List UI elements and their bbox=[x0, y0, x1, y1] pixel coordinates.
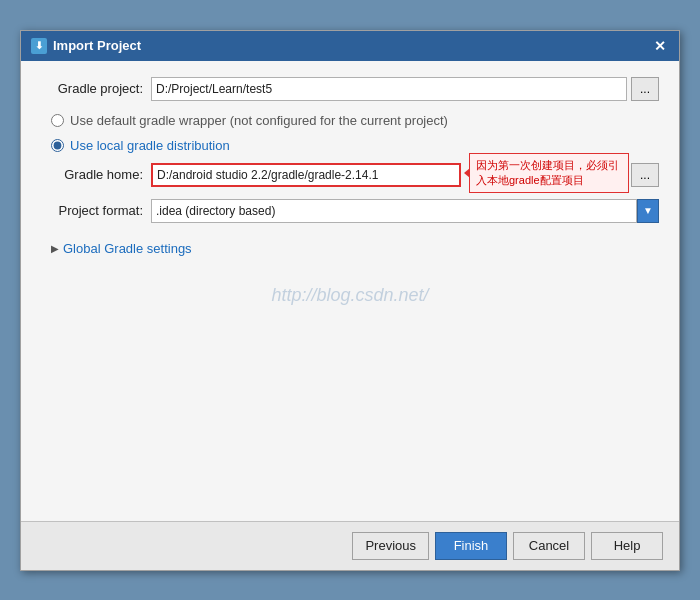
close-button[interactable]: ✕ bbox=[651, 37, 669, 55]
radio2-label: Use local gradle distribution bbox=[70, 138, 230, 153]
gradle-home-browse-button[interactable]: ... bbox=[631, 163, 659, 187]
collapse-arrow-icon: ▶ bbox=[51, 243, 59, 254]
previous-button[interactable]: Previous bbox=[352, 532, 429, 560]
cancel-button[interactable]: Cancel bbox=[513, 532, 585, 560]
gradle-project-input[interactable] bbox=[151, 77, 627, 101]
project-format-label: Project format: bbox=[41, 203, 151, 218]
project-format-select[interactable]: .idea (directory based) bbox=[151, 199, 637, 223]
dialog-icon: ⬇ bbox=[31, 38, 47, 54]
dialog-body: Gradle project: ... Use default gradle w… bbox=[21, 61, 679, 521]
title-bar-left: ⬇ Import Project bbox=[31, 38, 141, 54]
watermark-text: http://blog.csdn.net/ bbox=[271, 284, 428, 305]
gradle-home-input-wrapper: 因为第一次创建项目，必须引入本地gradle配置项目 bbox=[151, 163, 461, 187]
gradle-project-label: Gradle project: bbox=[41, 81, 151, 96]
global-gradle-section[interactable]: ▶ Global Gradle settings bbox=[41, 235, 659, 262]
gradle-project-browse-button[interactable]: ... bbox=[631, 77, 659, 101]
radio-wrapper-2: Use local gradle distribution bbox=[41, 138, 659, 153]
title-bar: ⬇ Import Project ✕ bbox=[21, 31, 679, 61]
radio-wrapper-1: Use default gradle wrapper (not configur… bbox=[41, 113, 659, 128]
dialog-title: Import Project bbox=[53, 38, 141, 53]
radio1-label: Use default gradle wrapper (not configur… bbox=[70, 113, 448, 128]
radio-local-gradle[interactable] bbox=[51, 139, 64, 152]
gradle-home-row: Gradle home: 因为第一次创建项目，必须引入本地gradle配置项目 … bbox=[41, 163, 659, 187]
import-project-dialog: ⬇ Import Project ✕ Gradle project: ... U… bbox=[20, 30, 680, 571]
select-arrow-icon[interactable]: ▼ bbox=[637, 199, 659, 223]
dialog-footer: Previous Finish Cancel Help bbox=[21, 521, 679, 570]
gradle-project-row: Gradle project: ... bbox=[41, 77, 659, 101]
radio-default-gradle[interactable] bbox=[51, 114, 64, 127]
finish-button[interactable]: Finish bbox=[435, 532, 507, 560]
gradle-home-input[interactable] bbox=[151, 163, 461, 187]
help-button[interactable]: Help bbox=[591, 532, 663, 560]
project-format-row: Project format: .idea (directory based) … bbox=[41, 199, 659, 223]
annotation-box: 因为第一次创建项目，必须引入本地gradle配置项目 bbox=[469, 153, 629, 194]
gradle-home-label: Gradle home: bbox=[41, 167, 151, 182]
global-gradle-label: Global Gradle settings bbox=[63, 241, 192, 256]
